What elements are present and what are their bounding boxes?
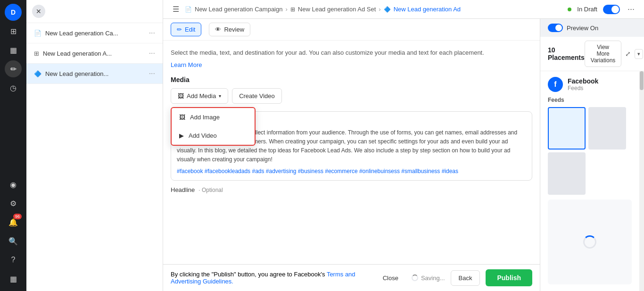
ad-more-icon[interactable]: ··· [149,69,155,78]
feeds-label: Feeds [548,97,632,103]
nav-item-campaign-label: New Lead generation Ca... [45,30,118,37]
sidebar-toggle-button[interactable]: ☰ [171,3,181,16]
learn-more-link[interactable]: Learn More [171,61,202,68]
edit-content: Select the media, text, and destination … [163,41,540,264]
breadcrumb-adset[interactable]: New Lead generation Ad Set [298,6,376,13]
facebook-logo: f [548,77,563,92]
facebook-section-header: f Facebook Feeds [548,77,632,92]
main-content: ☰ 📄 New Lead generation Campaign › ⊞ New… [163,0,644,291]
facebook-title: Facebook [568,77,598,85]
search-icon: 🔍 [8,237,18,246]
nav-item-ad-label: New Lead generation... [45,70,108,77]
campaign-more-icon[interactable]: ··· [149,29,155,37]
expand-button[interactable]: ⤢ [625,50,631,58]
headline-label: Headline [171,186,195,193]
avatar-button[interactable]: D [5,4,22,21]
clock-icon: ◷ [10,83,17,92]
contacts-icon: ◉ [10,180,17,189]
home-icon: ⊞ [10,27,17,36]
edit-panel: ✏ Edit 👁 Review Select the media, text, … [163,19,540,291]
nav-item-campaign[interactable]: 📄 New Lead generation Ca... ··· [26,23,163,43]
top-bar: ☰ 📄 New Lead generation Campaign › ⊞ New… [163,0,644,19]
image-icon: 🖼 [178,92,184,100]
chevron-down-button[interactable]: ▾ [635,49,643,59]
media-dropdown: 🖼 Add Image ▶ Add Video [171,107,256,146]
add-image-item[interactable]: 🖼 Add Image [172,108,255,126]
adset-icon: ⊞ [34,50,39,57]
layers-icon-button[interactable]: ▦ [5,270,22,287]
preview-label: Preview On [567,25,598,32]
feed-thumb-3[interactable] [548,152,586,195]
publish-button[interactable]: Publish [486,269,532,286]
back-button[interactable]: Back [451,270,480,286]
breadcrumb-campaign[interactable]: New Lead generation Campaign [195,6,282,13]
contacts-icon-button[interactable]: ◉ [5,176,22,193]
breadcrumb-sep-2: › [379,6,380,13]
chevron-down-icon: ▾ [219,93,221,99]
ad-icon: 🔷 [34,70,41,77]
preview-panel: Preview On 10 Placements View More Varia… [540,19,644,291]
media-buttons: 🖼 Add Media ▾ Create Video 🖼 Add Image [171,88,532,104]
preview-toggle[interactable] [548,24,563,32]
adset-more-icon[interactable]: ··· [149,49,155,58]
feed-thumb-1[interactable] [548,107,586,150]
draft-status-label: In Draft [577,6,597,13]
status-toggle[interactable] [603,5,620,14]
breadcrumb-ad[interactable]: New Lead generation Ad [394,6,461,13]
placements-bar: 10 Placements View More Variations ⤢ ▾ [540,37,644,71]
media-section-title: Media [171,76,532,83]
placements-count: 10 Placements [548,46,585,61]
nav-item-adset[interactable]: ⊞ New Lead generation A... ··· [26,43,163,64]
nav-header: ✕ [26,0,163,23]
nav-close-button[interactable]: ✕ [32,5,45,18]
bottom-actions: Close Saving... Back Publish [375,269,532,286]
sidebar-toggle-icon: ☰ [173,5,179,13]
chart-icon: ▦ [10,46,17,55]
intro-text: Select the media, text, and destination … [171,48,532,58]
breadcrumb-sep-1: › [285,6,287,13]
review-button[interactable]: 👁 Review [209,23,250,36]
chevron-down-icon: ▾ [637,51,640,57]
edit-button[interactable]: ✏ Edit [171,23,201,36]
chart-icon-button[interactable]: ▦ [5,42,22,58]
notification-badge: 96 [13,214,22,219]
add-video-item[interactable]: ▶ Add Video [172,126,255,145]
add-video-icon: ▶ [179,132,184,139]
saving-indicator: Saving... [412,274,445,282]
help-icon-button[interactable]: ? [5,251,22,268]
file-icon: 📄 [34,30,41,37]
preview-content: f Facebook Feeds Feeds [540,71,639,291]
preview-loading-area [548,200,632,284]
saving-spinner [412,274,418,281]
expand-icon: ⤢ [625,50,631,58]
headline-row: Headline · Optional [171,186,532,193]
edit-toolbar: ✏ Edit 👁 Review [163,19,540,41]
add-media-button[interactable]: 🖼 Add Media ▾ [171,88,228,104]
preview-scrollbar-thumb[interactable] [640,71,644,90]
feed-thumb-2[interactable] [588,107,626,150]
review-eye-icon: 👁 [215,26,221,33]
status-dot-icon [568,8,571,11]
settings-icon-button[interactable]: ⚙ [5,195,22,212]
view-more-variations-button[interactable]: View More Variations [585,41,621,67]
home-icon-button[interactable]: ⊞ [5,23,22,40]
facebook-section-info: Facebook Feeds [568,77,598,91]
placements-right: View More Variations ⤢ ▾ [585,41,643,67]
edit-icon-button[interactable]: ✏ [5,60,22,77]
clock-icon-button[interactable]: ◷ [5,79,22,96]
editor-area: ✏ Edit 👁 Review Select the media, text, … [163,19,644,291]
nav-item-ad[interactable]: 🔷 New Lead generation... ··· [26,64,163,84]
campaign-breadcrumb-icon: 📄 [185,6,192,13]
feed-thumbnails [548,107,632,195]
optional-label: · Optional [198,187,223,193]
notification-icon-button[interactable]: 🔔 96 [5,214,22,231]
edit-icon: ✏ [10,65,17,74]
breadcrumb: 📄 New Lead generation Campaign › ⊞ New L… [185,6,461,13]
help-icon: ? [11,256,16,264]
more-options-button[interactable]: ··· [626,2,636,16]
close-button[interactable]: Close [375,271,406,285]
search-icon-button[interactable]: 🔍 [5,233,22,249]
preview-header: Preview On [540,19,644,37]
settings-icon: ⚙ [10,199,17,208]
create-video-button[interactable]: Create Video [232,88,282,104]
